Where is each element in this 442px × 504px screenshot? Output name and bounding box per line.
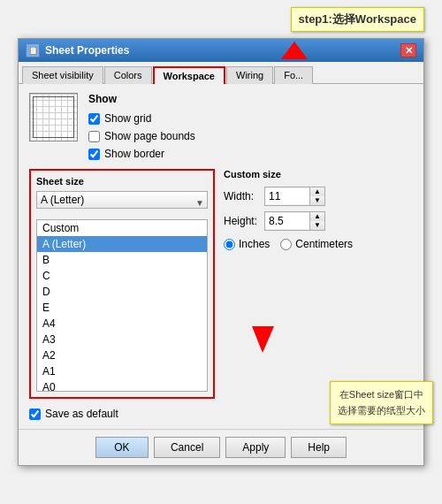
show-label: Show xyxy=(88,93,195,105)
width-label: Width: xyxy=(224,190,259,202)
list-item[interactable]: A4 xyxy=(37,316,207,332)
apply-button[interactable]: Apply xyxy=(225,437,286,458)
show-preview xyxy=(29,93,78,141)
show-grid-label[interactable]: Show grid xyxy=(104,112,151,125)
height-field-row: Height: ▲ ▼ xyxy=(224,211,413,231)
show-options: Show Show grid Show page bounds Show bor… xyxy=(88,93,195,160)
width-spinner-buttons: ▲ ▼ xyxy=(309,187,324,205)
height-increment-button[interactable]: ▲ xyxy=(310,212,324,221)
width-input[interactable] xyxy=(265,188,309,204)
sheet-size-dropdown-wrapper: A (Letter) ▼ xyxy=(36,191,208,214)
list-item[interactable]: A3 xyxy=(37,332,207,347)
list-item[interactable]: C xyxy=(37,268,207,284)
window-title: Sheet Properties xyxy=(45,44,129,57)
show-border-row: Show border xyxy=(88,148,195,160)
show-grid-checkbox[interactable] xyxy=(88,113,100,125)
list-item[interactable]: A0 xyxy=(37,379,207,392)
svg-marker-1 xyxy=(252,326,274,353)
custom-size-label: Custom size xyxy=(224,169,413,179)
centimeters-radio[interactable] xyxy=(280,239,292,250)
ok-button[interactable]: OK xyxy=(95,437,149,458)
dialog-icon: 📋 xyxy=(26,43,40,57)
tabs-bar: Sheet visibility Colors Workspace Wiring… xyxy=(19,62,423,84)
dialog-content: Show Show grid Show page bounds Show bor… xyxy=(19,84,423,429)
list-item[interactable]: A (Letter) xyxy=(37,236,207,252)
save-default-label[interactable]: Save as default xyxy=(45,408,118,420)
inches-radio[interactable] xyxy=(224,239,235,250)
height-label: Height: xyxy=(224,215,259,227)
tab-sheet-visibility[interactable]: Sheet visibility xyxy=(22,66,103,84)
tab-colors[interactable]: Colors xyxy=(104,66,152,84)
annotation-step1: step1:选择Workspace xyxy=(291,7,424,32)
preview-border xyxy=(33,96,74,138)
sheet-size-label: Sheet size xyxy=(36,176,208,187)
show-section: Show Show grid Show page bounds Show bor… xyxy=(29,93,413,160)
centimeters-radio-group: Centimeters xyxy=(280,238,353,250)
help-button[interactable]: Help xyxy=(291,437,347,458)
dialog-titlebar: 📋 Sheet Properties ✕ xyxy=(19,39,423,62)
show-grid-row: Show grid xyxy=(88,112,195,125)
close-button[interactable]: ✕ xyxy=(400,43,416,57)
annotation-step2: 在Sheet size窗口中 选择需要的纸型大小 xyxy=(330,381,433,424)
height-spinner: ▲ ▼ xyxy=(264,211,325,231)
sheet-size-listbox[interactable]: Custom A (Letter) B C D E A4 A3 A2 A1 A0… xyxy=(36,219,208,392)
sheet-size-dropdown[interactable]: A (Letter) xyxy=(36,191,208,209)
height-input[interactable] xyxy=(265,213,309,229)
dialog-title: 📋 Sheet Properties xyxy=(26,43,129,57)
inches-label[interactable]: Inches xyxy=(239,238,270,250)
cancel-button[interactable]: Cancel xyxy=(154,437,220,458)
custom-size-section: Custom size Width: ▲ ▼ Height: xyxy=(224,169,413,399)
show-border-checkbox[interactable] xyxy=(88,149,100,160)
bottom-buttons: OK Cancel Apply Help xyxy=(19,429,423,465)
sheet-size-section: Sheet size A (Letter) ▼ Custom A (Letter… xyxy=(29,169,215,399)
centimeters-label[interactable]: Centimeters xyxy=(295,238,353,250)
show-border-label[interactable]: Show border xyxy=(104,148,164,160)
height-spinner-buttons: ▲ ▼ xyxy=(309,212,324,230)
list-item[interactable]: Custom xyxy=(37,220,207,236)
tab-fo[interactable]: Fo... xyxy=(274,66,313,84)
preview-grid xyxy=(30,94,77,141)
tab-wiring[interactable]: Wiring xyxy=(226,66,273,84)
width-spinner: ▲ ▼ xyxy=(264,187,325,206)
height-decrement-button[interactable]: ▼ xyxy=(310,221,324,230)
width-field-row: Width: ▲ ▼ xyxy=(224,187,413,206)
list-item[interactable]: B xyxy=(37,252,207,268)
list-item[interactable]: A2 xyxy=(37,347,207,363)
list-item[interactable]: A1 xyxy=(37,363,207,379)
main-area: Sheet size A (Letter) ▼ Custom A (Letter… xyxy=(29,169,413,399)
show-page-bounds-checkbox[interactable] xyxy=(88,131,100,142)
list-item[interactable]: E xyxy=(37,300,207,316)
inches-radio-group: Inches xyxy=(224,238,270,250)
units-row: Inches Centimeters xyxy=(224,238,413,250)
width-decrement-button[interactable]: ▼ xyxy=(310,196,324,205)
list-item[interactable]: D xyxy=(37,284,207,300)
show-page-bounds-label[interactable]: Show page bounds xyxy=(104,130,195,142)
annotation-arrow2 xyxy=(252,326,274,353)
width-increment-button[interactable]: ▲ xyxy=(310,187,324,196)
svg-marker-0 xyxy=(281,42,308,59)
save-default-checkbox[interactable] xyxy=(29,409,41,420)
show-page-bounds-row: Show page bounds xyxy=(88,130,195,142)
annotation-arrow1 xyxy=(281,42,308,59)
tab-workspace[interactable]: Workspace xyxy=(153,66,226,84)
